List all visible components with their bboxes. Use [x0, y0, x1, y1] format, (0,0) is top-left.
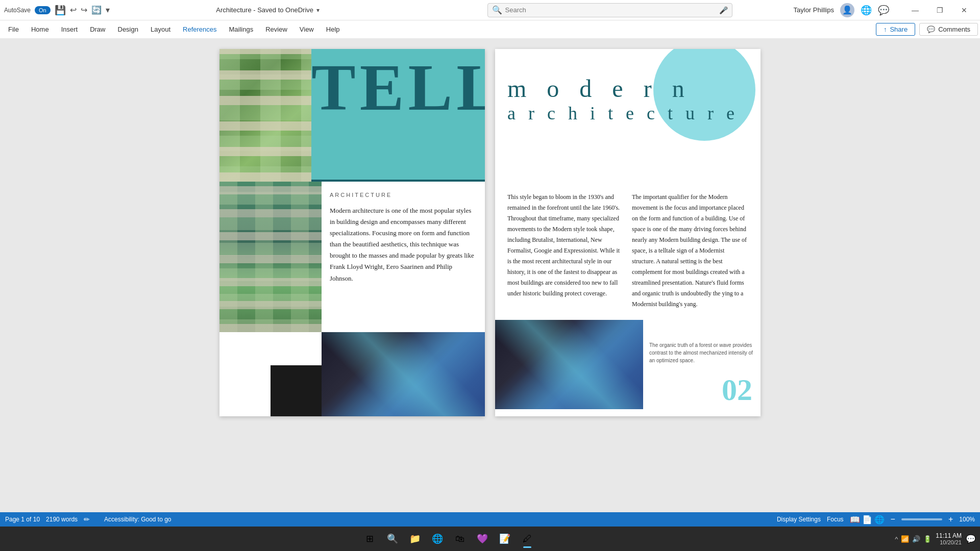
- tray-battery[interactable]: 🔋: [923, 535, 932, 543]
- word-count: 2190 words: [46, 516, 78, 523]
- titlebar-center: Architecture - Saved to OneDrive ▾: [110, 6, 426, 14]
- titlebar-right: Taylor Phillips 👤 🌐 💬 — ❐ ✕: [794, 3, 976, 18]
- comments-button[interactable]: 💬 Comments: [919, 23, 978, 36]
- autosave-toggle[interactable]: On: [35, 6, 51, 14]
- zoom-in-button[interactable]: +: [948, 515, 953, 524]
- comment-icon: 💬: [927, 26, 935, 33]
- main-area: TELL ARCHITECTURE Modern architecture is…: [0, 39, 980, 512]
- global-icon[interactable]: 🌐: [861, 5, 872, 16]
- image-caption: The organic truth of a forest or wave pr…: [649, 341, 754, 364]
- page-left-content: ARCHITECTURE Modern architecture is one …: [219, 182, 485, 332]
- avatar: 👤: [840, 3, 854, 17]
- bottom-architecture-image: [495, 320, 643, 409]
- undo-icon[interactable]: ↩: [70, 5, 77, 15]
- taskbar-center: ⊞ 🔍 📁 🌐 🛍 💜 📝 🖊: [4, 529, 893, 549]
- save-icon[interactable]: 💾: [55, 5, 66, 16]
- taskbar-start[interactable]: ⊞: [360, 529, 380, 549]
- tray-volume[interactable]: 🔊: [912, 535, 920, 543]
- search-input[interactable]: [505, 6, 716, 14]
- minimize-button[interactable]: —: [903, 3, 927, 18]
- page-right: m o d e r n a r c h i t e c t u r e This…: [495, 49, 761, 416]
- taskbar-teams[interactable]: 💜: [472, 529, 493, 549]
- page-right-top: m o d e r n a r c h i t e c t u r e: [495, 49, 761, 182]
- menu-view[interactable]: View: [293, 22, 320, 36]
- doc-title-dropdown-icon[interactable]: ▾: [316, 7, 320, 14]
- titlebar: AutoSave On 💾 ↩ ↪ 🔄 ▾ Architecture - Sav…: [0, 0, 980, 20]
- modern-title: m o d e r n a r c h i t e c t u r e: [507, 74, 748, 124]
- tell-text: TELL: [311, 54, 485, 120]
- article-content: ARCHITECTURE Modern architecture is one …: [322, 182, 485, 332]
- menu-mailings[interactable]: Mailings: [223, 22, 260, 36]
- page-number: 02: [722, 374, 752, 405]
- menu-home[interactable]: Home: [25, 22, 55, 36]
- zoom-level: 100%: [959, 516, 975, 523]
- menu-help[interactable]: Help: [320, 22, 346, 36]
- taskbar: ⊞ 🔍 📁 🌐 🛍 💜 📝 🖊 ^ 📶 🔊 🔋 11:11 AM 10/20/2…: [0, 527, 980, 551]
- page-left-bottom: [219, 332, 485, 416]
- bottom-white-area: [219, 332, 322, 416]
- share-icon: ↑: [884, 26, 887, 33]
- search-bar[interactable]: 🔍 🎤: [487, 3, 732, 17]
- menu-file[interactable]: File: [2, 22, 25, 36]
- clock[interactable]: 11:11 AM 10/20/21: [936, 532, 962, 545]
- page-right-bottom: The organic truth of a forest or wave pr…: [495, 320, 761, 409]
- menu-insert[interactable]: Insert: [55, 22, 84, 36]
- autosave-state: On: [39, 7, 46, 13]
- bottom-arch-image: [322, 332, 485, 416]
- accessibility-status[interactable]: Accessibility: Good to go: [104, 516, 171, 523]
- window-controls: — ❐ ✕: [903, 3, 976, 18]
- taskbar-search[interactable]: 🔍: [382, 529, 403, 549]
- taskbar-word[interactable]: 🖊: [517, 529, 537, 549]
- more-icon[interactable]: ▾: [106, 5, 110, 15]
- menu-design[interactable]: Design: [112, 22, 144, 36]
- menubar: File Home Insert Draw Design Layout Refe…: [0, 20, 980, 39]
- statusbar: Page 1 of 10 2190 words ✏ Accessibility:…: [0, 512, 980, 527]
- arch-body: Modern architecture is one of the most p…: [330, 205, 477, 284]
- black-shape: [271, 365, 322, 416]
- notification-icon[interactable]: 💬: [966, 534, 976, 544]
- arch-label: ARCHITECTURE: [330, 192, 477, 198]
- redo-icon[interactable]: ↪: [81, 5, 87, 15]
- autosave-icon[interactable]: 🔄: [91, 5, 102, 15]
- doc-title: Architecture - Saved to OneDrive: [216, 6, 313, 14]
- share-label: Share: [890, 26, 908, 33]
- system-tray: ^ 📶 🔊 🔋: [895, 535, 932, 543]
- avatar-image: 👤: [842, 5, 852, 15]
- menu-review[interactable]: Review: [259, 22, 293, 36]
- two-column-text: This style began to bloom in the 1930's …: [495, 182, 761, 320]
- taskbar-notes[interactable]: 📝: [495, 529, 515, 549]
- taskbar-files[interactable]: 📁: [405, 529, 425, 549]
- read-view-icon[interactable]: 📖: [850, 515, 860, 524]
- tray-network[interactable]: 📶: [901, 535, 909, 543]
- taskbar-edge[interactable]: 🌐: [427, 529, 448, 549]
- page-left: TELL ARCHITECTURE Modern architecture is…: [219, 49, 485, 416]
- horizontal-divider: [311, 180, 485, 182]
- menu-references[interactable]: References: [177, 22, 223, 36]
- user-name: Taylor Phillips: [794, 6, 834, 14]
- menu-layout[interactable]: Layout: [144, 22, 177, 36]
- page-info: Page 1 of 10: [5, 516, 40, 523]
- share-button[interactable]: ↑ Share: [876, 23, 915, 36]
- view-icons: 📖 📄 🌐: [850, 515, 885, 524]
- titlebar-left: AutoSave On 💾 ↩ ↪ 🔄 ▾: [4, 5, 110, 16]
- taskbar-store[interactable]: 🛍: [450, 529, 470, 549]
- left-image-strip: [219, 182, 322, 332]
- restore-button[interactable]: ❐: [928, 3, 951, 18]
- print-view-icon[interactable]: 📄: [862, 515, 872, 524]
- date-display: 10/20/21: [936, 539, 962, 545]
- tray-chevron[interactable]: ^: [895, 535, 898, 543]
- zoom-slider[interactable]: [901, 518, 942, 520]
- track-changes-icon[interactable]: ✏: [84, 515, 90, 523]
- column-1-text: This style began to bloom in the 1930's …: [507, 192, 624, 310]
- comments-label: Comments: [938, 26, 970, 33]
- taskbar-right: ^ 📶 🔊 🔋 11:11 AM 10/20/21 💬: [895, 532, 976, 545]
- focus-button[interactable]: Focus: [827, 516, 844, 523]
- page-left-top: TELL: [219, 49, 485, 182]
- close-button[interactable]: ✕: [952, 3, 976, 18]
- menu-draw[interactable]: Draw: [84, 22, 111, 36]
- mic-icon[interactable]: 🎤: [719, 6, 728, 14]
- web-view-icon[interactable]: 🌐: [874, 515, 885, 524]
- display-settings-button[interactable]: Display Settings: [777, 516, 821, 523]
- zoom-out-button[interactable]: −: [891, 515, 895, 524]
- feedback-icon[interactable]: 💬: [878, 5, 889, 16]
